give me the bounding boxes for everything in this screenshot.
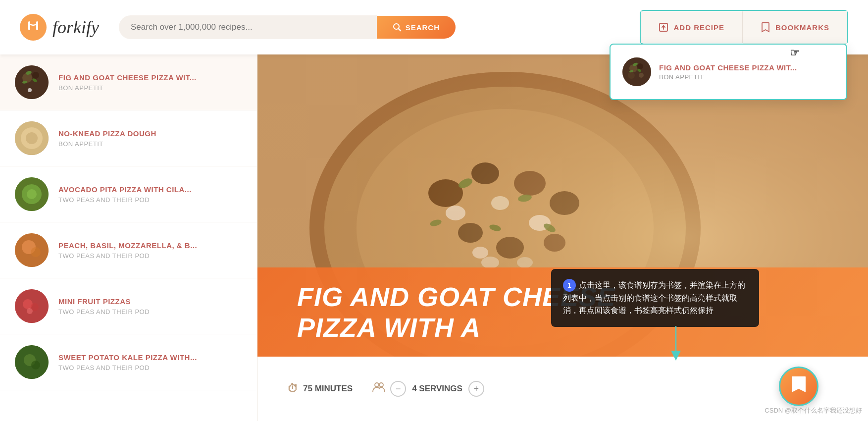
add-recipe-button[interactable]: ADD RECIPE bbox=[641, 11, 743, 43]
svg-point-37 bbox=[31, 361, 40, 369]
servings-icon bbox=[372, 382, 385, 396]
recipe-source: BON APPETIT bbox=[58, 84, 242, 92]
cursor-hand-icon: ☞ bbox=[790, 47, 800, 59]
svg-point-61 bbox=[375, 383, 379, 387]
search-icon bbox=[393, 23, 402, 32]
sidebar: FIG AND GOAT CHEESE PIZZA WIT... BON APP… bbox=[0, 54, 257, 421]
bookmark-item[interactable]: FIG AND GOAT CHEESE PIZZA WIT... BON APP… bbox=[611, 49, 846, 95]
svg-point-14 bbox=[15, 65, 49, 99]
svg-point-21 bbox=[28, 88, 32, 92]
increase-servings-button[interactable]: + bbox=[468, 381, 484, 397]
recipe-thumb-peach bbox=[15, 233, 49, 267]
bookmark-info: FIG AND GOAT CHEESE PIZZA WIT... BON APP… bbox=[659, 63, 834, 81]
recipe-info: MINI FRUIT PIZZAS TWO PEAS AND THEIR POD bbox=[58, 297, 242, 316]
time-meta: ⏱ 75 MINUTES bbox=[287, 382, 353, 395]
recipe-info: FIG AND GOAT CHEESE PIZZA WIT... BON APP… bbox=[58, 73, 242, 92]
svg-point-10 bbox=[639, 73, 644, 78]
main-layout: FIG AND GOAT CHEESE PIZZA WIT... BON APP… bbox=[0, 54, 868, 421]
annotation-box: 1点击这里，该食谱别存为书签，并渲染在上方的列表中，当点击别的食谱这个书签的高亮… bbox=[551, 269, 759, 327]
header: forkify SEARCH ADD RECIPE BOOK bbox=[0, 0, 868, 54]
watermark: CSDN @取个什么名字我还没想好 bbox=[765, 406, 862, 415]
annotation-text: 点击这里，该食谱别存为书签，并渲染在上方的列表中，当点击别的食谱这个书签的高亮样… bbox=[563, 281, 745, 315]
search-button[interactable]: SEARCH bbox=[377, 16, 456, 39]
recipe-thumb-avocado bbox=[15, 177, 49, 211]
svg-point-27 bbox=[27, 189, 37, 199]
svg-point-34 bbox=[27, 308, 33, 314]
svg-point-62 bbox=[379, 383, 383, 387]
svg-point-9 bbox=[628, 72, 635, 79]
recipe-source: TWO PEAS AND THEIR POD bbox=[58, 308, 242, 316]
servings-controls: − 4 SERVINGS + bbox=[390, 381, 484, 397]
recipe-thumb-sweet bbox=[15, 345, 49, 379]
bookmark-fab-svg bbox=[790, 375, 808, 394]
recipe-title: AVOCADO PITA PIZZA WITH CILA... bbox=[58, 185, 242, 195]
svg-rect-0 bbox=[28, 21, 30, 30]
recipe-thumb-fruit bbox=[15, 289, 49, 323]
recipe-info: SWEET POTATO KALE PIZZA WITH... TWO PEAS… bbox=[58, 353, 242, 372]
svg-rect-1 bbox=[36, 21, 38, 30]
svg-point-8 bbox=[637, 63, 643, 69]
recipe-item-fruit[interactable]: MINI FRUIT PIZZAS TWO PEAS AND THEIR POD bbox=[0, 278, 257, 334]
recipe-source: BON APPETIT bbox=[58, 140, 242, 148]
logo-icon bbox=[20, 14, 47, 41]
svg-point-24 bbox=[26, 132, 38, 144]
recipe-item-peach[interactable]: PEACH, BASIL, MOZZARELLA, & B... TWO PEA… bbox=[0, 222, 257, 278]
recipe-title: PEACH, BASIL, MOZZARELLA, & B... bbox=[58, 241, 242, 251]
logo-area: forkify bbox=[20, 14, 99, 41]
svg-marker-64 bbox=[671, 351, 681, 361]
svg-point-30 bbox=[31, 247, 41, 257]
bookmark-thumb bbox=[622, 57, 651, 86]
servings-meta: − 4 SERVINGS + bbox=[372, 381, 484, 397]
recipe-source: TWO PEAS AND THEIR POD bbox=[58, 364, 242, 371]
time-label: 75 MINUTES bbox=[303, 384, 353, 394]
recipe-info: PEACH, BASIL, MOZZARELLA, & B... TWO PEA… bbox=[58, 241, 242, 260]
bookmarks-dropdown: FIG AND GOAT CHEESE PIZZA WIT... BON APP… bbox=[610, 44, 847, 100]
svg-point-6 bbox=[622, 57, 651, 86]
search-input[interactable] bbox=[131, 22, 365, 32]
clock-icon: ⏱ bbox=[287, 382, 298, 395]
header-actions: ADD RECIPE BOOKMARKS ☞ bbox=[640, 10, 848, 45]
annotation-number: 1 bbox=[563, 279, 576, 292]
svg-point-16 bbox=[32, 72, 39, 79]
bookmarks-icon bbox=[761, 22, 770, 33]
bookmark-fab[interactable] bbox=[779, 367, 818, 406]
recipe-item-sweet[interactable]: SWEET POTATO KALE PIZZA WITH... TWO PEAS… bbox=[0, 334, 257, 390]
recipe-source: TWO PEAS AND THEIR POD bbox=[58, 252, 242, 260]
recipe-thumb-dough bbox=[15, 121, 49, 155]
recipe-info: NO-KNEAD PIZZA DOUGH BON APPETIT bbox=[58, 129, 242, 148]
content-area: FIG AND GOAT CHEESE PIZZA WITH A ⏱ 75 MI… bbox=[257, 54, 868, 421]
search-area: SEARCH bbox=[119, 15, 456, 39]
recipe-source: TWO PEAS AND THEIR POD bbox=[58, 196, 242, 204]
recipe-title: NO-KNEAD PIZZA DOUGH bbox=[58, 129, 242, 139]
recipe-item-avocado[interactable]: AVOCADO PITA PIZZA WITH CILA... TWO PEAS… bbox=[0, 166, 257, 222]
recipe-title: MINI FRUIT PIZZAS bbox=[58, 297, 242, 307]
bookmark-fab-icon bbox=[790, 375, 808, 398]
annotation-arrow bbox=[656, 326, 696, 361]
recipe-item-dough[interactable]: NO-KNEAD PIZZA DOUGH BON APPETIT bbox=[0, 110, 257, 166]
bookmark-title: FIG AND GOAT CHEESE PIZZA WIT... bbox=[659, 63, 834, 72]
add-recipe-icon bbox=[659, 22, 668, 32]
decrease-servings-button[interactable]: − bbox=[390, 381, 406, 397]
recipe-title: FIG AND GOAT CHEESE PIZZA WIT... bbox=[58, 73, 242, 83]
recipe-title: SWEET POTATO KALE PIZZA WITH... bbox=[58, 353, 242, 363]
bookmark-source: BON APPETIT bbox=[659, 73, 834, 81]
logo-text: forkify bbox=[52, 17, 99, 38]
svg-line-3 bbox=[398, 29, 401, 31]
recipe-item-fig[interactable]: FIG AND GOAT CHEESE PIZZA WIT... BON APP… bbox=[0, 54, 257, 110]
people-icon bbox=[372, 382, 385, 393]
bookmarks-button[interactable]: BOOKMARKS ☞ bbox=[743, 11, 847, 44]
recipe-thumb-fig bbox=[15, 65, 49, 99]
search-input-wrap[interactable] bbox=[119, 15, 377, 39]
recipe-info: AVOCADO PITA PIZZA WITH CILA... TWO PEAS… bbox=[58, 185, 242, 204]
servings-label: 4 SERVINGS bbox=[412, 384, 462, 394]
